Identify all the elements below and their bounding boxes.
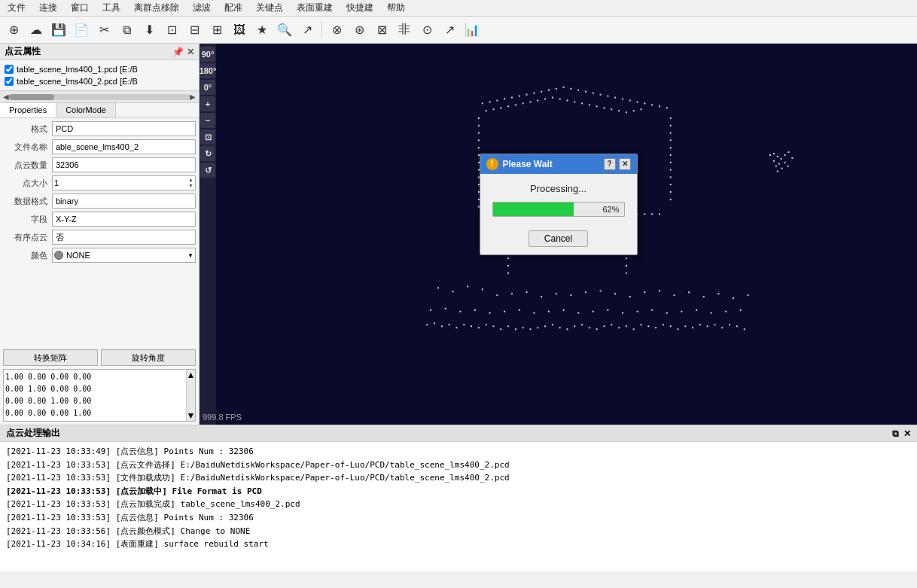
save-icon[interactable]: 💾 — [48, 20, 69, 41]
prop-label-5: 字段 — [3, 214, 52, 225]
menu-item-窗口[interactable]: 窗口 — [66, 0, 93, 16]
panel-pin-icon[interactable]: 📌 — [172, 47, 184, 57]
layer-checkbox-1[interactable] — [5, 77, 14, 86]
layer-checkbox-0[interactable] — [5, 65, 14, 74]
svg-rect-225 — [721, 327, 723, 328]
svg-rect-51 — [478, 133, 480, 134]
prop-tab-properties[interactable]: Properties — [0, 103, 56, 117]
scan-icon[interactable]: ⊡ — [161, 20, 182, 41]
rect-icon[interactable]: ⊠ — [371, 20, 392, 41]
svg-rect-96 — [644, 213, 645, 215]
svg-rect-25 — [659, 105, 660, 107]
svg-rect-177 — [637, 311, 638, 312]
menu-item-连接[interactable]: 连接 — [35, 0, 62, 16]
view3d[interactable]: 90°180°0°+−⊡↻↺ — [200, 44, 917, 425]
dialog-close-btn[interactable]: ✕ — [619, 158, 631, 170]
svg-rect-221 — [692, 327, 693, 328]
menu-item-离群点移除[interactable]: 离群点移除 — [129, 0, 184, 16]
spin-down-3[interactable]: ▼ — [188, 183, 193, 189]
svg-rect-169 — [519, 309, 520, 311]
matrix-scrollbar[interactable]: ▲ ▼ — [186, 370, 195, 421]
filter-icon[interactable]: ⊛ — [349, 20, 370, 41]
download-icon[interactable]: ⬇ — [139, 20, 160, 41]
scrollbar-thumb[interactable] — [9, 94, 54, 100]
menu-item-快捷建[interactable]: 快捷建 — [342, 0, 378, 16]
svg-rect-196 — [507, 325, 509, 327]
bottom-close-btn[interactable]: ✕ — [903, 428, 911, 439]
prop-tab-colormode[interactable]: ColorMode — [56, 103, 116, 117]
svg-rect-171 — [548, 311, 550, 312]
svg-rect-155 — [791, 157, 793, 159]
fps-counter: 999.8 FPS — [203, 413, 242, 422]
menu-item-帮助[interactable]: 帮助 — [382, 0, 410, 16]
chart1-icon[interactable]: ↗ — [439, 20, 460, 41]
fit-icon[interactable]: ⊡ — [200, 129, 215, 145]
image-icon[interactable]: 🖼 — [229, 20, 250, 41]
perspective-180[interactable]: 180° — [200, 63, 215, 78]
transform-btn-1[interactable]: 旋转角度 — [101, 349, 196, 366]
scan2-icon[interactable]: ⊟ — [184, 20, 205, 41]
svg-rect-199 — [530, 328, 532, 330]
open-icon[interactable]: ⊕ — [3, 20, 24, 41]
svg-rect-170 — [533, 312, 535, 314]
zoom-in[interactable]: + — [200, 96, 215, 111]
scroll-right-btn[interactable]: ▶ — [190, 93, 196, 101]
scroll-left-btn[interactable]: ◀ — [3, 93, 9, 101]
cut-icon[interactable]: ✂ — [93, 20, 114, 41]
progress-dialog: ! Please Wait ? ✕ Processing... 62% — [480, 154, 638, 255]
svg-rect-71 — [670, 184, 672, 185]
menu-item-配准[interactable]: 配准 — [220, 0, 247, 16]
prop-value-select-7[interactable]: NONE▼ — [52, 248, 196, 263]
log-line-7: [2021-11-23 10:34:16] [表面重建] surface reb… — [6, 538, 911, 551]
svg-rect-18 — [607, 96, 608, 97]
svg-rect-49 — [478, 117, 480, 119]
pointer-icon[interactable]: ↗ — [297, 20, 318, 41]
menu-item-工具[interactable]: 工具 — [98, 0, 125, 16]
link-icon[interactable]: ⊗ — [326, 20, 347, 41]
svg-rect-15 — [585, 91, 586, 93]
perspective-0[interactable]: 0° — [200, 80, 215, 95]
copy-icon[interactable]: ⧉ — [116, 20, 137, 41]
svg-rect-144 — [688, 291, 690, 293]
spin-up-3[interactable]: ▲ — [188, 177, 193, 183]
side-toolbar: 90°180°0°+−⊡↻↺ — [200, 44, 216, 425]
nonrect-icon[interactable]: 非 — [394, 20, 415, 41]
prop-value-0: PCD — [52, 121, 196, 136]
svg-rect-203 — [559, 327, 561, 328]
svg-rect-73 — [670, 199, 672, 200]
dialog-help-btn[interactable]: ? — [604, 158, 616, 170]
search-icon[interactable]: 🔍 — [274, 20, 295, 41]
matrix-scroll-down[interactable]: ▼ — [187, 410, 196, 421]
rotate-icon[interactable]: ↻ — [200, 146, 215, 161]
cloud-icon[interactable]: ☁ — [26, 20, 47, 41]
dialog-icon: ! — [486, 158, 498, 170]
dialog-footer: Cancel — [480, 230, 637, 254]
chart2-icon[interactable]: 📊 — [462, 20, 483, 41]
svg-rect-148 — [748, 294, 749, 296]
matrix-scroll-up[interactable]: ▲ — [187, 370, 196, 380]
star-icon[interactable]: ★ — [251, 20, 273, 41]
svg-rect-210 — [611, 324, 612, 325]
circle-icon[interactable]: ⊙ — [416, 20, 437, 41]
svg-rect-159 — [775, 166, 777, 167]
menu-item-文件[interactable]: 文件 — [3, 0, 30, 16]
svg-rect-226 — [729, 324, 730, 325]
left-panel: 点云属性 📌 ✕ table_scene_lms400_1.pcd [E:/Bt… — [0, 44, 200, 425]
menu-item-滤波[interactable]: 滤波 — [188, 0, 215, 16]
perspective-90[interactable]: 90° — [200, 47, 215, 62]
scan3-icon[interactable]: ⊞ — [206, 20, 227, 41]
svg-rect-17 — [600, 94, 602, 96]
zoom-out[interactable]: − — [200, 113, 215, 128]
prop-value-spin-3[interactable]: 1▲▼ — [52, 175, 196, 190]
menu-item-表面重建[interactable]: 表面重建 — [292, 0, 337, 16]
svg-rect-46 — [626, 111, 627, 113]
panel-close-icon[interactable]: ✕ — [187, 47, 194, 57]
transform-btn-0[interactable]: 转换矩阵 — [3, 349, 98, 366]
select-arrow-7[interactable]: ▼ — [187, 252, 193, 259]
menu-item-关键点[interactable]: 关键点 — [251, 0, 288, 16]
reset-icon[interactable]: ↺ — [200, 163, 215, 178]
layer-scrollbar[interactable]: ◀ ▶ — [0, 91, 199, 103]
bottom-expand-btn[interactable]: ⧉ — [892, 428, 899, 439]
new-icon[interactable]: 📄 — [71, 20, 92, 41]
cancel-button[interactable]: Cancel — [529, 230, 588, 247]
